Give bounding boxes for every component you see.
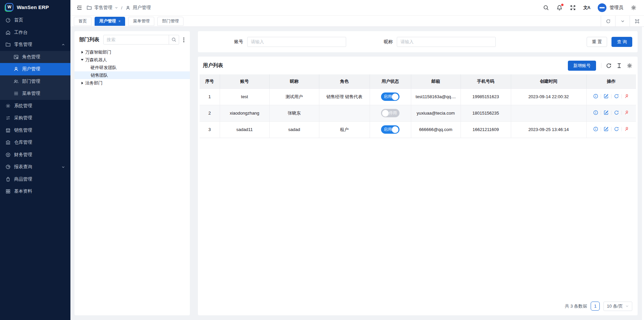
reset-button[interactable]: 重 置 bbox=[587, 37, 607, 47]
delete-user-icon[interactable] bbox=[624, 126, 630, 132]
sidebar-item-basic-data[interactable]: 基本资料 bbox=[0, 185, 70, 198]
tab-home[interactable]: 首页 bbox=[74, 17, 92, 26]
tab-menu-management[interactable]: 菜单管理 bbox=[128, 17, 154, 26]
cell-actions bbox=[586, 105, 636, 121]
tab-department-management[interactable]: 部门管理 bbox=[157, 17, 183, 26]
department-search-input[interactable] bbox=[104, 37, 169, 42]
page-size-select[interactable]: 10 条/页 bbox=[603, 302, 632, 311]
sales-icon bbox=[5, 128, 11, 133]
delete-user-icon[interactable] bbox=[624, 93, 630, 99]
table-row: 3 sadad11 sadad 租户 启用 bbox=[200, 121, 636, 138]
department-panel-title: 部门列表 bbox=[79, 37, 99, 43]
cell-email: test1158163a@qq.... bbox=[411, 88, 461, 105]
refresh-icon[interactable] bbox=[614, 126, 619, 132]
info-icon[interactable] bbox=[593, 126, 598, 132]
sidebar-item-users[interactable]: 用户管理 bbox=[0, 63, 70, 75]
tree-collapsed-arrow-icon[interactable] bbox=[82, 51, 83, 54]
column-settings-gear-icon[interactable] bbox=[627, 63, 633, 69]
sidebar-item-label: 首页 bbox=[14, 17, 23, 23]
cell-nickname: 张晓东 bbox=[269, 105, 319, 121]
sidebar-item-roles[interactable]: 角色管理 bbox=[0, 51, 70, 63]
tree-node-wansen-smart[interactable]: 万森智能部门 bbox=[74, 48, 190, 56]
cell-actions bbox=[586, 121, 636, 138]
sidebar-item-label: 基本资料 bbox=[14, 188, 32, 194]
sidebar-item-menus[interactable]: 菜单管理 bbox=[0, 87, 70, 100]
table-row: 2 xiaodongzhang 张晓东 停用 bbox=[200, 105, 636, 121]
search-icon[interactable] bbox=[543, 5, 549, 11]
cell-roles bbox=[319, 105, 370, 121]
tree-collapsed-arrow-icon[interactable] bbox=[82, 82, 83, 84]
gear-icon[interactable] bbox=[631, 5, 637, 11]
sidebar-item-home[interactable]: 首页 bbox=[0, 14, 70, 26]
role-icon bbox=[13, 54, 19, 60]
maximize-content-button[interactable] bbox=[630, 16, 644, 26]
edit-icon[interactable] bbox=[603, 110, 609, 115]
col-actions: 操作 bbox=[586, 74, 636, 88]
tab-actions-dropdown[interactable] bbox=[615, 16, 630, 26]
tree-node-sales-team[interactable]: 销售团队 bbox=[74, 71, 190, 79]
close-icon[interactable]: × bbox=[118, 19, 120, 23]
status-toggle[interactable]: 启用 bbox=[381, 125, 399, 134]
cell-account: test bbox=[220, 88, 269, 105]
sidebar: W WanSen ERP 首页 工作台 零售管理 角色管理 bbox=[0, 0, 70, 320]
edit-icon[interactable] bbox=[603, 93, 609, 99]
sidebar-item-system[interactable]: 系统管理 bbox=[0, 100, 70, 112]
sidebar-item-departments[interactable]: 部门管理 bbox=[0, 75, 70, 88]
folder-icon bbox=[87, 5, 92, 10]
breadcrumb-separator: / bbox=[120, 5, 123, 10]
delete-user-icon[interactable] bbox=[624, 110, 630, 115]
tree-node-legal[interactable]: 法务部门 bbox=[74, 79, 190, 87]
search-button[interactable]: 查 询 bbox=[611, 37, 632, 47]
tree-expanded-arrow-icon[interactable] bbox=[81, 59, 84, 61]
tree-node-wansen-robot[interactable]: 万森机器人 bbox=[74, 56, 190, 64]
department-search-button[interactable] bbox=[169, 35, 179, 44]
status-toggle[interactable]: 启用 bbox=[381, 92, 399, 101]
account-label: 账号 bbox=[234, 39, 243, 45]
cell-index: 1 bbox=[200, 88, 220, 105]
add-account-button[interactable]: 新增账号 bbox=[568, 61, 596, 71]
admin-label[interactable]: 管理员 bbox=[610, 5, 624, 11]
chevron-down-icon[interactable] bbox=[115, 6, 118, 9]
info-icon[interactable] bbox=[593, 110, 598, 115]
tree-node-label: 法务部门 bbox=[85, 80, 103, 86]
more-options-icon[interactable] bbox=[181, 37, 186, 43]
account-input[interactable] bbox=[247, 37, 346, 47]
page-button-1[interactable]: 1 bbox=[591, 302, 600, 311]
status-toggle[interactable]: 停用 bbox=[381, 109, 399, 117]
sidebar-submenu-retail: 角色管理 用户管理 部门管理 菜单管理 bbox=[0, 51, 70, 100]
nickname-input[interactable] bbox=[397, 37, 496, 47]
sidebar-item-label: 部门管理 bbox=[22, 78, 40, 84]
cell-index: 3 bbox=[200, 121, 220, 138]
tree-node-label: 硬件研发团队 bbox=[91, 65, 117, 71]
cell-created bbox=[511, 105, 586, 121]
info-icon[interactable] bbox=[593, 93, 598, 99]
cell-roles: 销售经理 销售代表 bbox=[319, 88, 370, 105]
edit-icon[interactable] bbox=[603, 126, 609, 132]
fullscreen-icon[interactable] bbox=[570, 5, 576, 11]
refresh-icon[interactable] bbox=[614, 93, 619, 99]
notifications-button[interactable] bbox=[556, 5, 562, 11]
refresh-tab-button[interactable] bbox=[601, 16, 615, 26]
avatar[interactable] bbox=[598, 3, 606, 12]
menu-fold-icon[interactable] bbox=[76, 5, 83, 11]
cell-account: sadad11 bbox=[220, 121, 269, 138]
sidebar-item-finance[interactable]: 财务管理 bbox=[0, 149, 70, 161]
row-height-icon[interactable] bbox=[616, 63, 622, 69]
sidebar-item-retail[interactable]: 零售管理 bbox=[0, 39, 70, 51]
page-size-value: 10 条/页 bbox=[607, 303, 623, 309]
sidebar-item-purchase[interactable]: 采购管理 bbox=[0, 112, 70, 124]
sidebar-item-sales[interactable]: 销售管理 bbox=[0, 124, 70, 137]
cell-email: yuxiuaa@tecia.com bbox=[411, 105, 461, 121]
sidebar-item-workbench[interactable]: 工作台 bbox=[0, 26, 70, 39]
tab-user-management[interactable]: 用户管理 × bbox=[95, 17, 125, 26]
sidebar-item-warehouse[interactable]: 仓库管理 bbox=[0, 136, 70, 149]
sidebar-item-goods[interactable]: 商品管理 bbox=[0, 173, 70, 186]
breadcrumb-parent[interactable]: 零售管理 bbox=[94, 5, 112, 11]
main-column: 零售管理 / 用户管理 文A 管理员 bbox=[70, 0, 644, 320]
tree-node-hardware-team[interactable]: 硬件研发团队 bbox=[74, 64, 190, 71]
refresh-icon[interactable] bbox=[606, 63, 612, 69]
translate-icon[interactable]: 文A bbox=[583, 5, 590, 11]
refresh-icon[interactable] bbox=[614, 110, 619, 115]
tab-bar: 首页 用户管理 × 菜单管理 部门管理 bbox=[70, 16, 644, 27]
sidebar-item-reports[interactable]: 报表查询 bbox=[0, 161, 70, 173]
